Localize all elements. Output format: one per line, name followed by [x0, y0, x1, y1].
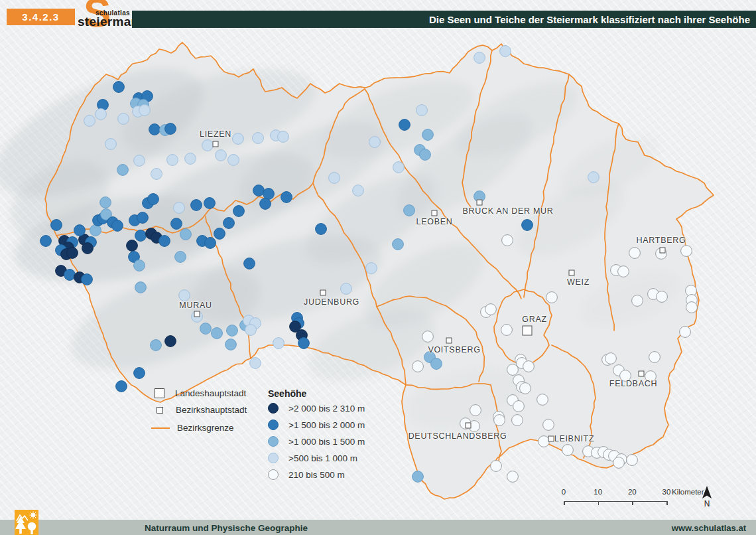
- nature-icon: [15, 510, 38, 535]
- legend-landeshauptstadt: Landeshauptstadt: [151, 388, 264, 398]
- legend-class-label: 210 bis 500 m: [288, 470, 345, 480]
- lake-dot-class2: [260, 198, 271, 210]
- lake-dot-class5: [512, 415, 523, 426]
- lake-dot-class2: [159, 236, 170, 247]
- lake-dot-class5: [507, 364, 519, 376]
- lake-dot-class2: [281, 192, 292, 203]
- border-line-icon: [151, 427, 170, 429]
- lake-dot-class3: [135, 282, 147, 293]
- lake-dot-class2: [205, 238, 216, 249]
- lake-dot-class5: [681, 246, 692, 257]
- lake-dot-class3: [180, 229, 192, 240]
- lake-dot-class4: [329, 173, 340, 184]
- lake-dot-class2: [171, 218, 182, 230]
- lake-dot-class4: [366, 263, 377, 274]
- lake-dot-class3: [100, 197, 111, 208]
- legend-seehoehe-title: Seehöhe: [268, 388, 306, 399]
- lake-dot-class2: [148, 194, 159, 205]
- lake-dot-class4: [250, 358, 261, 369]
- city-label: HARTBERG: [637, 236, 686, 245]
- lake-dot-class3: [134, 260, 145, 271]
- footer-bar: [0, 520, 756, 535]
- lake-dot-class2: [112, 220, 123, 232]
- lake-dot-class4: [118, 114, 129, 125]
- lake-dot-class5: [629, 248, 641, 259]
- bezirkshauptstadt-marker: [477, 200, 483, 206]
- lake-dot-class2: [149, 124, 160, 135]
- schulatlas-logo: S schulatlas steiermark: [74, 0, 137, 37]
- city-label: LIEZEN: [200, 129, 231, 139]
- lake-dot-class2: [522, 220, 533, 231]
- city-label: LEIBNITZ: [554, 434, 594, 443]
- lake-dot-class4: [151, 169, 162, 180]
- lake-dot-class4: [139, 105, 151, 116]
- lake-dot-class3: [422, 129, 434, 141]
- lake-dot-class2: [263, 189, 275, 200]
- lake-dot-class1: [67, 248, 78, 259]
- bezirkshauptstadt-marker: [548, 436, 554, 442]
- legend-class-dot-icon: [268, 453, 279, 463]
- chapter-badge: 3.4.2.3: [7, 9, 75, 25]
- lake-dot-class5: [470, 405, 481, 416]
- bezirkshauptstadt-marker: [432, 210, 438, 216]
- city-label: WEIZ: [567, 277, 590, 287]
- lake-dot-class5: [537, 394, 548, 406]
- lake-dot-class4: [216, 150, 227, 161]
- lake-dot-class5: [605, 353, 617, 364]
- lake-dot-class4: [353, 185, 364, 196]
- landeshauptstadt-square-icon: [155, 388, 164, 398]
- footer-website: www.schulatlas.at: [672, 523, 746, 533]
- legend-class-label: >1 500 bis 2 000 m: [288, 420, 365, 430]
- north-arrow: N: [698, 485, 716, 508]
- lake-dot-class2: [253, 185, 265, 196]
- lake-dot-class2: [214, 228, 225, 240]
- lake-dot-class4: [228, 155, 239, 166]
- legend-class-dot-icon: [268, 469, 279, 480]
- lake-dot-class5: [491, 461, 502, 472]
- legend-class-dot-icon: [268, 420, 279, 430]
- lake-dot-class5: [657, 291, 668, 303]
- lake-dot-class1: [127, 240, 138, 252]
- lake-dot-class4: [84, 115, 95, 127]
- legend-bezirksgrenze: Bezirksgrenze: [151, 423, 264, 433]
- lake-dot-class2: [135, 230, 147, 242]
- lake-dot-class4: [369, 137, 381, 148]
- lake-dot-class5: [513, 401, 525, 412]
- city-label: GRAZ: [522, 315, 547, 324]
- lake-dot-class5: [613, 457, 625, 469]
- scale-tick-label: 10: [594, 488, 602, 496]
- city-label: FELDBACH: [609, 379, 657, 388]
- lake-dot-class2: [116, 381, 127, 392]
- lake-dot-class2: [134, 368, 145, 379]
- footer-section-title: Naturraum und Physische Geographie: [145, 523, 308, 533]
- legend-class-row: >2 000 bis 2 310 m: [268, 403, 365, 414]
- lake-dot-class5: [501, 325, 513, 336]
- city-label: BRUCK AN DER MUR: [463, 206, 554, 216]
- lake-dot-class5: [422, 331, 434, 343]
- lake-dot-class2: [191, 200, 202, 211]
- lake-dot-class2: [316, 224, 327, 235]
- lake-dot-class2: [244, 258, 255, 269]
- city-label: VOITSBERG: [428, 345, 480, 354]
- lake-dot-class2: [113, 82, 125, 93]
- lake-dot-class3: [225, 339, 237, 350]
- scale-tick-label: 20: [628, 488, 637, 496]
- lake-dot-class4: [393, 162, 405, 173]
- city-label: JUDENBURG: [304, 297, 359, 307]
- legend-class-row: >1 500 bis 2 000 m: [268, 420, 365, 430]
- legend-class-dot-icon: [268, 436, 279, 447]
- lake-dot-class4: [134, 155, 145, 167]
- legend-label: Landeshauptstadt: [175, 388, 246, 398]
- bezirkshauptstadt-square-icon: [157, 407, 163, 414]
- city-label: DEUTSCHLANDSBERG: [409, 431, 507, 441]
- lake-dot-class2: [82, 274, 93, 285]
- lake-dot-class2: [40, 236, 52, 247]
- lake-dot-class2: [74, 225, 86, 236]
- map-title-bar: Die Seen und Teiche der Steiermark klass…: [132, 11, 756, 28]
- scale-tick-label: 30: [662, 488, 671, 496]
- city-label: MURAU: [179, 301, 212, 310]
- lake-dot-class4: [233, 133, 244, 145]
- map-title: Die Seen und Teiche der Steiermark klass…: [429, 14, 750, 25]
- lake-dot-class4: [174, 202, 185, 214]
- lake-dot-class3: [227, 325, 238, 337]
